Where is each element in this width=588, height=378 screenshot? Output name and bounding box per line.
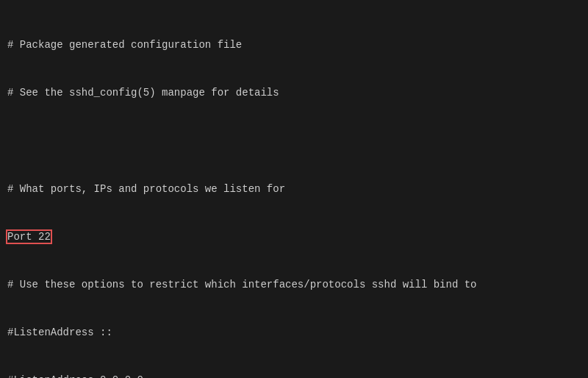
- line-3: [7, 134, 581, 150]
- line-4: # What ports, IPs and protocols we liste…: [7, 182, 581, 198]
- line-7: #ListenAddress ::: [7, 325, 581, 341]
- terminal-window: # Package generated configuration file #…: [0, 0, 588, 378]
- line-8: #ListenAddress 0.0.0.0: [7, 373, 581, 378]
- line-2: # See the sshd_config(5) manpage for det…: [7, 85, 581, 101]
- port-highlight: Port 22: [7, 231, 51, 243]
- line-6: # Use these options to restrict which in…: [7, 277, 581, 293]
- line-5: Port 22: [7, 229, 581, 246]
- line-1: # Package generated configuration file: [7, 38, 581, 54]
